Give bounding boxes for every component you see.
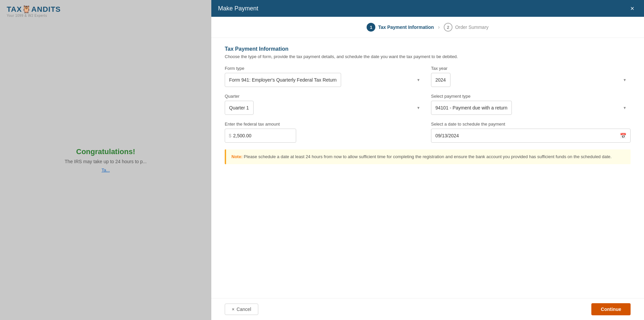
form-content: Tax Payment Information Choose the type …: [211, 38, 644, 298]
tax-year-label: Tax year: [431, 66, 631, 71]
step-1-circle: 1: [367, 23, 375, 32]
payment-type-group: Select payment type 94101 - Payment due …: [431, 94, 631, 115]
federal-tax-group: Enter the federal tax amount $: [225, 122, 424, 143]
form-type-select-wrapper: Form 941: Employer's Quarterly Federal T…: [225, 73, 424, 87]
continue-button[interactable]: Continue: [591, 303, 631, 315]
modal: Make Payment × 1 Tax Payment Information…: [211, 0, 644, 320]
section-title: Tax Payment Information: [225, 46, 631, 52]
step-2: 2 Order Summary: [444, 23, 489, 32]
congrats-text: Congratulations!: [76, 147, 135, 156]
form-row-2: Quarter Quarter 1 Select payment type 94…: [225, 94, 631, 115]
date-label: Select a date to schedule the payment: [431, 122, 631, 127]
modal-title: Make Payment: [218, 5, 258, 12]
form-row-1: Form type Form 941: Employer's Quarterly…: [225, 66, 631, 87]
quarter-group: Quarter Quarter 1: [225, 94, 424, 115]
date-group: Select a date to schedule the payment 📅: [431, 122, 631, 143]
bg-subtext: The IRS may take up to 24 hours to p...: [65, 159, 147, 164]
federal-tax-input[interactable]: [225, 129, 296, 143]
modal-close-button[interactable]: ×: [627, 3, 637, 13]
federal-tax-input-wrapper: $: [225, 129, 424, 143]
modal-footer: × Cancel Continue: [211, 298, 644, 320]
modal-header: Make Payment ×: [211, 0, 644, 17]
tax-year-select[interactable]: 2024: [431, 73, 450, 87]
step-2-circle: 2: [444, 23, 452, 32]
cancel-button[interactable]: × Cancel: [225, 304, 258, 315]
logo-area: TAX🦉ANDITS Your 1099 & W2 Experts: [7, 5, 61, 17]
bg-link[interactable]: Ta...: [102, 168, 110, 173]
date-input[interactable]: [431, 129, 631, 143]
payment-type-select-wrapper: 94101 - Payment due with a return: [431, 101, 631, 115]
tax-year-select-wrapper: 2024: [431, 73, 631, 87]
step-1: 1 Tax Payment Information: [367, 23, 434, 32]
logo-sub: Your 1099 & W2 Experts: [7, 14, 61, 17]
note-label: Note:: [231, 154, 243, 159]
step-1-label: Tax Payment Information: [378, 25, 434, 30]
note-banner: Note: Please schedule a date at least 24…: [225, 149, 631, 164]
form-type-label: Form type: [225, 66, 424, 71]
quarter-label: Quarter: [225, 94, 424, 99]
cancel-icon: ×: [232, 307, 234, 312]
form-row-3: Enter the federal tax amount $ Select a …: [225, 122, 631, 143]
payment-type-label: Select payment type: [431, 94, 631, 99]
payment-type-select[interactable]: 94101 - Payment due with a return: [431, 101, 512, 115]
step-2-label: Order Summary: [455, 25, 489, 30]
logo-text: TAX🦉ANDITS: [7, 5, 61, 14]
date-input-wrapper: 📅: [431, 129, 631, 143]
tax-year-group: Tax year 2024: [431, 66, 631, 87]
note-text: Please schedule a date at least 24 hours…: [244, 154, 612, 159]
form-type-group: Form type Form 941: Employer's Quarterly…: [225, 66, 424, 87]
cancel-label: Cancel: [236, 307, 251, 312]
federal-tax-label: Enter the federal tax amount: [225, 122, 424, 127]
stepper-chevron: ›: [438, 24, 440, 30]
background-page: TAX🦉ANDITS Your 1099 & W2 Experts Congra…: [0, 0, 211, 320]
quarter-select[interactable]: Quarter 1: [225, 101, 254, 115]
quarter-select-wrapper: Quarter 1: [225, 101, 424, 115]
form-type-select[interactable]: Form 941: Employer's Quarterly Federal T…: [225, 73, 341, 87]
stepper: 1 Tax Payment Information › 2 Order Summ…: [211, 17, 644, 38]
section-desc: Choose the type of form, provide the tax…: [225, 54, 631, 59]
